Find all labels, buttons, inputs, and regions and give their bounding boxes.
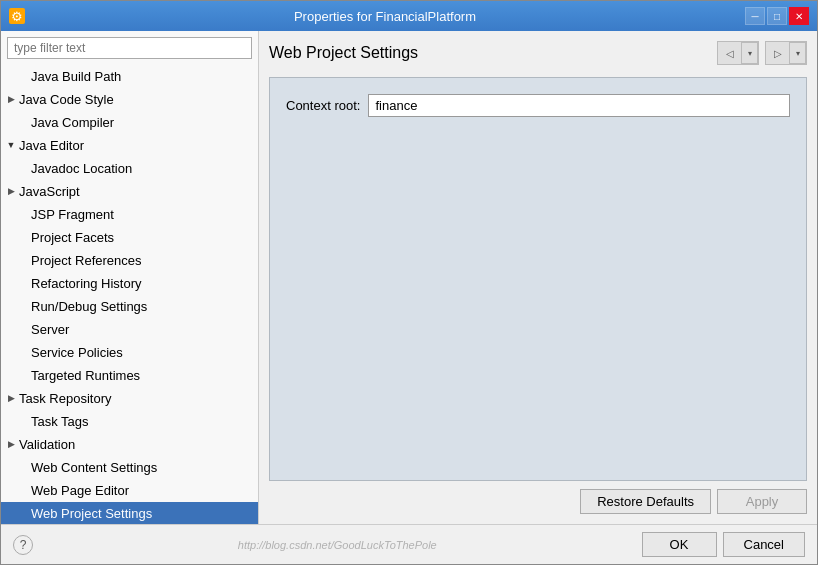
tree-item-label: Java Build Path bbox=[31, 67, 121, 86]
cancel-button[interactable]: Cancel bbox=[723, 532, 805, 557]
right-panel: Web Project Settings ◁ ▾ ▷ ▾ Context roo… bbox=[259, 31, 817, 524]
tree-item[interactable]: Service Policies bbox=[1, 341, 258, 364]
tree-item-label: Web Page Editor bbox=[31, 481, 129, 500]
ok-button[interactable]: OK bbox=[642, 532, 717, 557]
tree-item-label: Refactoring History bbox=[31, 274, 142, 293]
tree-item-label: Task Tags bbox=[31, 412, 89, 431]
tree-item[interactable]: JSP Fragment bbox=[1, 203, 258, 226]
tree-item[interactable]: ▶Validation bbox=[1, 433, 258, 456]
tree-item[interactable]: ▼Java Editor bbox=[1, 134, 258, 157]
tree-item-label: Web Project Settings bbox=[31, 504, 152, 523]
tree-item[interactable]: Project References bbox=[1, 249, 258, 272]
tree-item-label: Java Editor bbox=[19, 136, 84, 155]
back-button[interactable]: ◁ bbox=[718, 42, 742, 64]
tree-item[interactable]: Refactoring History bbox=[1, 272, 258, 295]
tree-item[interactable]: Web Content Settings bbox=[1, 456, 258, 479]
expand-arrow-icon: ▶ bbox=[5, 186, 17, 198]
forward-dropdown[interactable]: ▾ bbox=[790, 42, 806, 64]
tree-item[interactable]: Server bbox=[1, 318, 258, 341]
tree-item-label: Java Compiler bbox=[31, 113, 114, 132]
form-section: Context root: bbox=[269, 77, 807, 481]
tree-item-label: Project References bbox=[31, 251, 142, 270]
minimize-button[interactable]: ─ bbox=[745, 7, 765, 25]
titlebar: ⚙ Properties for FinancialPlatform ─ □ ✕ bbox=[1, 1, 817, 31]
tree-item-label: Javadoc Location bbox=[31, 159, 132, 178]
tree-item-label: Project Facets bbox=[31, 228, 114, 247]
right-bottom-buttons: Restore Defaults Apply bbox=[269, 481, 807, 514]
filter-input[interactable] bbox=[7, 37, 252, 59]
tree-container: Java Build Path▶Java Code StyleJava Comp… bbox=[1, 65, 258, 524]
expand-arrow-icon: ▶ bbox=[5, 393, 17, 405]
restore-defaults-button[interactable]: Restore Defaults bbox=[580, 489, 711, 514]
nav-buttons: ◁ ▾ ▷ ▾ bbox=[717, 41, 807, 65]
expand-arrow-icon: ▶ bbox=[5, 94, 17, 106]
close-button[interactable]: ✕ bbox=[789, 7, 809, 25]
footer-buttons: OK Cancel bbox=[642, 532, 805, 557]
tree-item[interactable]: ▶Task Repository bbox=[1, 387, 258, 410]
window-footer: ? http://blog.csdn.net/GoodLuckToThePole… bbox=[1, 524, 817, 564]
window-title: Properties for FinancialPlatform bbox=[25, 9, 745, 24]
back-dropdown[interactable]: ▾ bbox=[742, 42, 758, 64]
expand-arrow-icon: ▶ bbox=[5, 439, 17, 451]
context-root-input[interactable] bbox=[368, 94, 790, 117]
titlebar-buttons: ─ □ ✕ bbox=[745, 7, 809, 25]
help-button[interactable]: ? bbox=[13, 535, 33, 555]
context-root-label: Context root: bbox=[286, 98, 360, 113]
tree-item-label: JSP Fragment bbox=[31, 205, 114, 224]
tree-item-label: Validation bbox=[19, 435, 75, 454]
content-area: Java Build Path▶Java Code StyleJava Comp… bbox=[1, 31, 817, 524]
tree-item[interactable]: Java Build Path bbox=[1, 65, 258, 88]
window-icon: ⚙ bbox=[9, 8, 25, 24]
tree-item[interactable]: Targeted Runtimes bbox=[1, 364, 258, 387]
restore-button[interactable]: □ bbox=[767, 7, 787, 25]
context-root-row: Context root: bbox=[286, 94, 790, 117]
tree-item-label: Service Policies bbox=[31, 343, 123, 362]
apply-button[interactable]: Apply bbox=[717, 489, 807, 514]
tree-item[interactable]: Java Compiler bbox=[1, 111, 258, 134]
tree-item[interactable]: ▶Java Code Style bbox=[1, 88, 258, 111]
tree-item-label: Web Content Settings bbox=[31, 458, 157, 477]
watermark: http://blog.csdn.net/GoodLuckToThePole bbox=[230, 539, 445, 551]
left-panel: Java Build Path▶Java Code StyleJava Comp… bbox=[1, 31, 259, 524]
tree-item-label: Run/Debug Settings bbox=[31, 297, 147, 316]
panel-title: Web Project Settings bbox=[269, 44, 418, 62]
forward-nav-group: ▷ ▾ bbox=[765, 41, 807, 65]
forward-button[interactable]: ▷ bbox=[766, 42, 790, 64]
tree-item[interactable]: Task Tags bbox=[1, 410, 258, 433]
tree-item-label: Java Code Style bbox=[19, 90, 114, 109]
tree-item[interactable]: Web Page Editor bbox=[1, 479, 258, 502]
tree-item[interactable]: Project Facets bbox=[1, 226, 258, 249]
back-nav-group: ◁ ▾ bbox=[717, 41, 759, 65]
tree-item-label: JavaScript bbox=[19, 182, 80, 201]
tree-item[interactable]: Run/Debug Settings bbox=[1, 295, 258, 318]
properties-window: ⚙ Properties for FinancialPlatform ─ □ ✕… bbox=[0, 0, 818, 565]
tree-item-label: Server bbox=[31, 320, 69, 339]
tree-item[interactable]: ▶JavaScript bbox=[1, 180, 258, 203]
tree-item[interactable]: Web Project Settings bbox=[1, 502, 258, 524]
expand-arrow-icon: ▼ bbox=[5, 140, 17, 152]
tree-item-label: Targeted Runtimes bbox=[31, 366, 140, 385]
tree-item-label: Task Repository bbox=[19, 389, 111, 408]
right-header: Web Project Settings ◁ ▾ ▷ ▾ bbox=[269, 41, 807, 65]
tree-item[interactable]: Javadoc Location bbox=[1, 157, 258, 180]
